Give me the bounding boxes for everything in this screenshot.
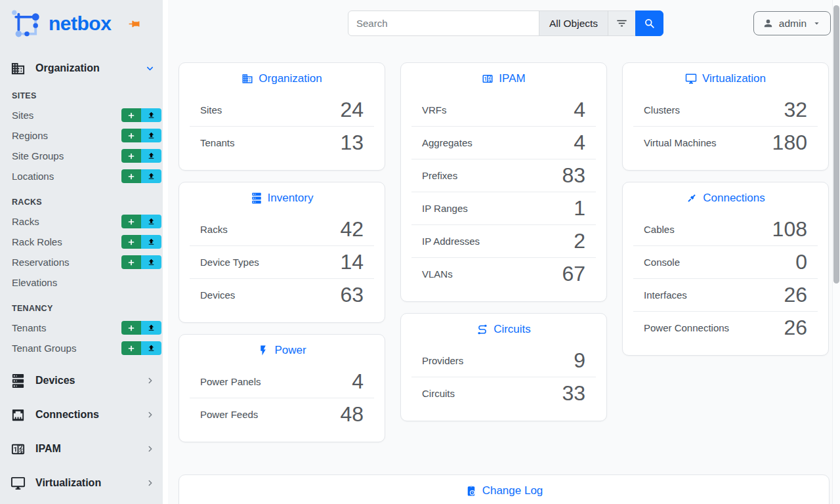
quick-actions [121, 235, 161, 249]
stat-value[interactable]: 1 [574, 196, 585, 220]
sites-link[interactable]: Sites [12, 110, 33, 121]
dashboard-column-2: IPAM VRFs 4 Aggregates 4 Prefixes 83 [400, 62, 607, 432]
ethernet-icon [10, 408, 26, 423]
stat-value[interactable]: 4 [574, 98, 585, 122]
sidebar-item-connections[interactable]: Connections [0, 403, 163, 427]
stat-label[interactable]: IP Ranges [422, 203, 468, 214]
stat-row-clusters: Clusters 32 [633, 93, 818, 126]
locations-link[interactable]: Locations [12, 171, 54, 182]
racks-link[interactable]: Racks [12, 216, 39, 227]
stat-value[interactable]: 0 [795, 250, 807, 274]
add-button[interactable] [121, 235, 141, 249]
search-scope-select[interactable]: All Objects [539, 10, 608, 36]
stat-label[interactable]: Tenants [200, 137, 235, 148]
stat-label[interactable]: Aggregates [422, 137, 472, 148]
stat-label[interactable]: Prefixes [422, 170, 457, 181]
stat-label[interactable]: Virtual Machines [644, 137, 717, 148]
reservations-link[interactable]: Reservations [12, 257, 70, 268]
stat-label[interactable]: Power Feeds [200, 409, 258, 420]
brand-wordmark[interactable]: netbox [49, 12, 111, 35]
sidebar-item-label: IPAM [35, 443, 61, 455]
stat-value[interactable]: 14 [340, 250, 364, 274]
stat-label[interactable]: Cables [644, 224, 675, 235]
import-button[interactable] [141, 255, 161, 269]
elevations-link[interactable]: Elevations [12, 277, 57, 288]
filter-button[interactable] [608, 10, 636, 36]
clipboard-clock-icon [465, 485, 477, 497]
stat-value[interactable]: 2 [574, 229, 585, 253]
sidebar-item-virtualization[interactable]: Virtualization [0, 471, 163, 495]
page-scrollbar-track[interactable] [832, 0, 840, 504]
chevron-right-icon [146, 444, 155, 453]
stat-row-console: Console 0 [633, 245, 818, 278]
stat-label[interactable]: Clusters [644, 104, 680, 116]
stat-label[interactable]: Devices [200, 289, 235, 301]
regions-link[interactable]: Regions [12, 130, 48, 141]
stat-value[interactable]: 4 [574, 131, 585, 155]
dashboard-column-1: Organization Sites 24 Tenants 13 Invento… [178, 62, 385, 453]
stat-value[interactable]: 24 [340, 98, 364, 122]
add-button[interactable] [121, 108, 141, 122]
stat-value[interactable]: 26 [784, 283, 807, 307]
stat-label[interactable]: Sites [200, 104, 222, 116]
import-button[interactable] [141, 235, 161, 249]
sidebar-item-organization[interactable]: Organization [0, 56, 163, 80]
lightning-icon [257, 345, 269, 356]
import-button[interactable] [141, 129, 161, 142]
import-button[interactable] [141, 108, 161, 122]
stat-value[interactable]: 83 [562, 163, 585, 188]
stat-label[interactable]: Console [644, 257, 680, 268]
stat-label[interactable]: Device Types [200, 257, 259, 268]
stat-label[interactable]: VRFs [422, 104, 447, 116]
page-scrollbar-thumb[interactable] [833, 5, 839, 284]
stat-label[interactable]: Power Panels [200, 376, 261, 387]
stat-label[interactable]: Interfaces [644, 289, 687, 301]
import-button[interactable] [141, 215, 161, 228]
connections-card: Connections Cables 108 Console 0 Interfa… [622, 182, 829, 356]
server-icon [10, 373, 26, 388]
stat-value[interactable]: 33 [562, 381, 585, 406]
user-menu-button[interactable]: admin [753, 11, 831, 35]
stat-value[interactable]: 180 [772, 131, 807, 155]
stat-label[interactable]: Providers [422, 355, 463, 366]
import-button[interactable] [141, 341, 161, 355]
rack-roles-link[interactable]: Rack Roles [12, 236, 62, 247]
stat-value[interactable]: 32 [784, 98, 807, 122]
import-button[interactable] [141, 169, 161, 183]
sidebar-item-ipam[interactable]: IPAM [0, 437, 163, 461]
add-button[interactable] [121, 321, 141, 335]
add-button[interactable] [121, 215, 141, 228]
stat-label[interactable]: Racks [200, 224, 228, 235]
stat-value[interactable]: 48 [340, 402, 364, 427]
stat-label[interactable]: VLANs [422, 268, 453, 280]
tenants-link[interactable]: Tenants [12, 322, 47, 333]
search-button[interactable] [635, 10, 663, 36]
stat-value[interactable]: 63 [340, 283, 364, 307]
stat-value[interactable]: 13 [340, 131, 364, 155]
stat-label[interactable]: IP Addresses [422, 236, 480, 247]
sidebar-pin-icon[interactable] [128, 18, 140, 30]
virtualization-card-title: Virtualization [623, 63, 828, 93]
stat-value[interactable]: 108 [772, 217, 807, 242]
stat-value[interactable]: 42 [340, 217, 364, 242]
stat-label[interactable]: Power Connections [644, 322, 729, 333]
stat-value[interactable]: 67 [562, 262, 585, 286]
stat-label[interactable]: Circuits [422, 388, 455, 399]
netbox-logo-icon[interactable] [9, 8, 45, 39]
add-button[interactable] [121, 255, 141, 269]
search-input[interactable] [348, 10, 539, 36]
counter-icon [10, 442, 26, 457]
tenant-groups-link[interactable]: Tenant Groups [12, 343, 76, 354]
stat-row-virtual-machines: Virtual Machines 180 [633, 126, 818, 159]
add-button[interactable] [121, 129, 141, 142]
add-button[interactable] [121, 169, 141, 183]
stat-value[interactable]: 9 [574, 348, 585, 373]
add-button[interactable] [121, 341, 141, 355]
stat-value[interactable]: 4 [352, 369, 364, 394]
stat-value[interactable]: 26 [784, 316, 807, 340]
import-button[interactable] [141, 321, 161, 335]
site-groups-link[interactable]: Site Groups [12, 150, 64, 161]
import-button[interactable] [141, 149, 161, 163]
add-button[interactable] [121, 149, 141, 163]
sidebar-item-devices[interactable]: Devices [0, 369, 163, 392]
